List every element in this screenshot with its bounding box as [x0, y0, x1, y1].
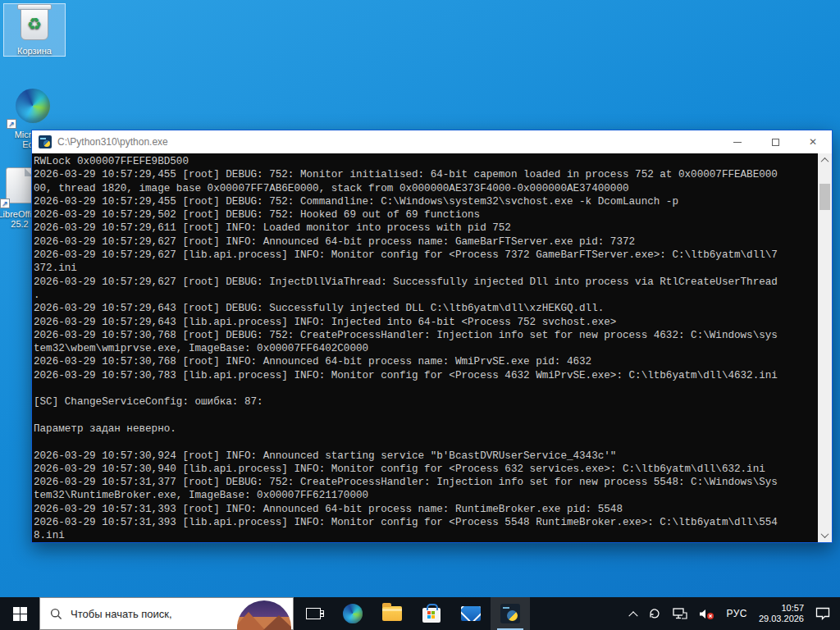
console-line: 2026-03-29 10:57:29,502 [root] DEBUG: 75… — [34, 208, 816, 221]
file-explorer-button[interactable] — [372, 597, 412, 630]
search-highlight-image[interactable] — [237, 600, 291, 630]
notification-icon — [815, 607, 830, 620]
console-app-icon — [39, 135, 52, 148]
recycle-bin-icon: ♻ — [4, 4, 65, 43]
taskbar: Чтобы начать поиск, — [0, 597, 840, 630]
edge-icon — [343, 604, 363, 623]
console-line: 2026-03-29 10:57:29,627 [root] DEBUG: In… — [34, 276, 816, 289]
console-line: 2026-03-29 10:57:30,768 [root] DEBUG: 75… — [34, 329, 816, 342]
scroll-up-arrow-icon[interactable] — [818, 153, 832, 167]
clock-date: 29.03.2026 — [759, 614, 804, 624]
maximize-button[interactable] — [756, 130, 794, 153]
console-line: 2026-03-29 10:57:29,627 [root] INFO: Ann… — [34, 235, 816, 249]
console-line: 2026-03-29 10:57:29,455 [root] DEBUG: 75… — [34, 168, 816, 181]
tray-expand-button[interactable] — [624, 597, 642, 630]
chevron-up-icon — [629, 611, 638, 620]
clock[interactable]: 10:57 29.03.2026 — [753, 597, 810, 630]
console-output[interactable]: RWLock 0x00007FFEFE9BD5002026-03-29 10:5… — [34, 155, 816, 542]
console-line: tem32\wbem\wmiprvse.exe, ImageBase: 0x00… — [34, 342, 816, 355]
scrollbar-thumb[interactable] — [819, 184, 830, 210]
close-button[interactable]: ✕ — [794, 130, 832, 153]
shortcut-arrow-icon: ↗ — [0, 199, 10, 208]
console-line: 2026-03-29 10:57:30,783 [lib.api.process… — [34, 369, 816, 382]
console-line: . — [34, 289, 816, 302]
console-line: 2026-03-29 10:57:29,455 [root] DEBUG: 75… — [34, 195, 816, 208]
scrollbar-track[interactable] — [818, 167, 832, 528]
scroll-down-arrow-icon[interactable] — [818, 528, 832, 542]
console-line — [34, 409, 816, 422]
window-title: C:\Python310\python.exe — [57, 136, 719, 148]
tray-volume-button[interactable] — [693, 597, 720, 630]
minimize-button[interactable] — [719, 130, 756, 153]
sync-icon — [648, 607, 661, 620]
console-line: 2026-03-29 10:57:29,611 [root] INFO: Loa… — [34, 221, 816, 235]
clock-time: 10:57 — [759, 603, 804, 614]
console-line: Параметр задан неверно. — [34, 422, 816, 436]
windows-logo-icon — [13, 607, 27, 621]
desktop-icon-label: Корзина — [4, 46, 65, 56]
volume-muted-icon — [699, 608, 714, 620]
start-button[interactable] — [0, 597, 39, 630]
mail-icon — [461, 606, 481, 621]
console-line: 00, thread 1820, image base 0x00007FF7AB… — [34, 182, 816, 195]
console-line: 2026-03-29 10:57:29,627 [lib.api.process… — [34, 249, 816, 262]
console-line — [34, 436, 816, 449]
console-line: 2026-03-29 10:57:30,768 [root] INFO: Ann… — [34, 355, 816, 368]
console-line: [SC] ChangeServiceConfig: ошибка: 87: — [34, 395, 816, 409]
console-line: 2026-03-29 10:57:30,924 [root] INFO: Ann… — [34, 450, 816, 463]
edge-icon: ↗ — [2, 84, 64, 127]
titlebar[interactable]: C:\Python310\python.exe ✕ — [32, 130, 832, 153]
store-icon — [422, 608, 441, 623]
console-line: 8.ini — [34, 529, 816, 542]
console-line: tem32\RuntimeBroker.exe, ImageBase: 0x00… — [34, 489, 816, 502]
folder-icon — [382, 606, 402, 621]
action-center-button[interactable] — [810, 597, 840, 630]
console-window: C:\Python310\python.exe ✕ RWLock 0x00007… — [31, 130, 833, 543]
search-placeholder: Чтобы начать поиск, — [71, 608, 234, 620]
mail-button[interactable] — [451, 597, 491, 630]
console-line — [34, 382, 816, 395]
desktop-icon-recycle-bin[interactable]: ♻ Корзина — [3, 3, 66, 57]
microsoft-store-button[interactable] — [412, 597, 451, 630]
search-icon — [50, 608, 62, 620]
console-line: 2026-03-29 10:57:31,377 [root] DEBUG: 75… — [34, 476, 816, 489]
python-console-icon — [500, 604, 520, 623]
console-line: 2026-03-29 10:57:30,940 [lib.api.process… — [34, 463, 816, 476]
console-line: 2026-03-29 10:57:29,643 [lib.api.process… — [34, 316, 816, 329]
shortcut-arrow-icon: ↗ — [7, 119, 16, 129]
tray-sync-button[interactable] — [642, 597, 667, 630]
console-line: 2026-03-29 10:57:29,643 [root] DEBUG: Su… — [34, 302, 816, 315]
console-line: 372.ini — [34, 262, 816, 275]
search-box[interactable]: Чтобы начать поиск, — [39, 597, 294, 630]
task-view-icon — [306, 608, 321, 619]
language-indicator[interactable]: РУС — [720, 597, 753, 630]
python-console-taskbar-button[interactable] — [491, 597, 530, 630]
console-line: RWLock 0x00007FFEFE9BD500 — [34, 155, 816, 168]
taskbar-edge-button[interactable] — [333, 597, 372, 630]
network-icon — [673, 608, 687, 619]
console-line: 2026-03-29 10:57:31,393 [root] INFO: Ann… — [34, 503, 816, 516]
console-line: 2026-03-29 10:57:31,393 [lib.api.process… — [34, 516, 816, 529]
scrollbar[interactable] — [818, 153, 832, 542]
tray-network-button[interactable] — [667, 597, 693, 630]
task-view-button[interactable] — [294, 597, 333, 630]
